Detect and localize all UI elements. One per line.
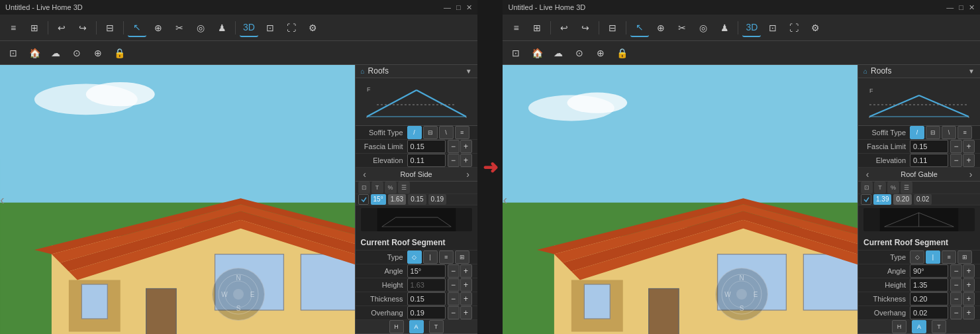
tb2-4[interactable]: ⊙ <box>68 44 86 62</box>
right-soffit-type-4[interactable]: ≡ <box>957 126 972 139</box>
right-tab-t[interactable]: T <box>932 320 946 333</box>
right-section-next[interactable]: › <box>964 168 977 181</box>
left-thickness-inc[interactable]: + <box>460 292 472 306</box>
left-seg-icon-4[interactable]: ☰ <box>398 182 410 194</box>
right-tb2-4[interactable]: ⊙ <box>570 44 589 62</box>
left-viewport-nav-arrow[interactable]: ‹ <box>0 192 5 207</box>
right-undo-btn[interactable]: ↩ <box>555 19 573 37</box>
left-type-btn-1[interactable]: ◇ <box>407 250 422 264</box>
left-section-next[interactable]: › <box>462 168 475 181</box>
left-overhang-dec[interactable]: − <box>448 306 460 319</box>
right-library-btn[interactable]: ⊞ <box>528 19 546 37</box>
right-height-input[interactable] <box>910 278 948 292</box>
right-tab-a[interactable]: A <box>912 320 926 333</box>
right-view-btn[interactable]: ◎ <box>694 19 712 37</box>
right-seg-icon-1[interactable]: ⊡ <box>861 182 873 194</box>
right-soffit-type-3[interactable]: \ <box>942 126 956 139</box>
right-overhang-input[interactable] <box>910 306 948 319</box>
left-panel-header[interactable]: ⌂ Roofs ▼ <box>356 65 477 78</box>
right-settings-btn[interactable]: ⚙ <box>806 19 824 37</box>
left-thickness-input[interactable] <box>407 292 446 306</box>
left-tab-t[interactable]: T <box>429 320 444 333</box>
left-type-btn-2[interactable]: | <box>423 250 438 264</box>
right-angle-inc[interactable]: + <box>963 264 975 278</box>
right-tb2-2[interactable]: 🏠 <box>528 44 546 62</box>
left-height-input[interactable] <box>407 278 446 292</box>
right-fascia-dec[interactable]: − <box>950 140 962 153</box>
right-overhang-dec[interactable]: − <box>950 306 962 319</box>
right-section-prev[interactable]: ‹ <box>861 168 874 181</box>
right-viewport-nav-arrow[interactable]: ‹ <box>503 192 507 207</box>
left-maximize-btn[interactable]: □ <box>456 3 461 12</box>
right-tb2-5[interactable]: ⊕ <box>591 44 610 62</box>
left-seg-checkbox[interactable] <box>358 194 369 205</box>
3d-btn[interactable]: 3D <box>240 19 258 37</box>
tb2-2[interactable]: 🏠 <box>25 44 44 62</box>
right-elevation-dec[interactable]: − <box>950 154 962 167</box>
right-close-btn[interactable]: ✕ <box>969 3 975 12</box>
left-angle-dec[interactable]: − <box>448 264 460 278</box>
right-thickness-inc[interactable]: + <box>963 292 975 306</box>
floorplan-btn[interactable]: ⊡ <box>261 19 279 37</box>
left-type-btn-3[interactable]: ≡ <box>439 250 454 264</box>
right-tab-h[interactable]: H <box>892 320 906 333</box>
right-seg-icon-3[interactable]: % <box>887 182 899 194</box>
menu-btn[interactable]: ≡ <box>4 19 23 37</box>
camera-btn[interactable]: ⛶ <box>282 19 301 37</box>
left-nav-circle[interactable]: N E S W <box>212 268 265 321</box>
select-btn[interactable]: ↖ <box>128 19 146 37</box>
view-btn[interactable]: ◎ <box>191 19 210 37</box>
left-elevation-inc[interactable]: + <box>460 154 472 167</box>
right-height-dec[interactable]: − <box>950 278 962 292</box>
right-floorplan-btn[interactable]: ⊡ <box>763 19 782 37</box>
person-btn[interactable]: ♟ <box>213 19 231 37</box>
tb2-6[interactable]: 🔒 <box>110 44 128 62</box>
right-tb2-3[interactable]: ☁ <box>549 44 567 62</box>
right-soffit-type-2[interactable]: ⊟ <box>926 126 940 139</box>
right-thickness-dec[interactable]: − <box>950 292 962 306</box>
left-seg-icon-1[interactable]: ⊡ <box>358 182 370 194</box>
left-soffit-type-2[interactable]: ⊟ <box>423 126 438 139</box>
left-thickness-dec[interactable]: − <box>448 292 460 306</box>
left-soffit-type-3[interactable]: \ <box>439 126 454 139</box>
right-tb2-1[interactable]: ⊡ <box>507 44 525 62</box>
right-person-btn[interactable]: ♟ <box>715 19 734 37</box>
right-panel-header[interactable]: ⌂ Roofs ▼ <box>858 65 980 78</box>
right-seg-icon-2[interactable]: T <box>874 182 886 194</box>
right-elevation-input[interactable] <box>910 154 948 167</box>
right-type-btn-3[interactable]: ≡ <box>942 250 956 264</box>
settings-btn[interactable]: ⚙ <box>303 19 322 37</box>
redo-btn[interactable]: ↪ <box>74 19 92 37</box>
left-angle-input[interactable] <box>407 264 446 278</box>
left-overhang-input[interactable] <box>407 306 446 319</box>
left-seg-icon-2[interactable]: T <box>371 182 383 194</box>
left-height-dec[interactable]: − <box>448 278 460 292</box>
left-seg-icon-3[interactable]: % <box>385 182 397 194</box>
left-fascia-inc[interactable]: + <box>460 140 472 153</box>
library-btn[interactable]: ⊞ <box>25 19 44 37</box>
right-nav-circle[interactable]: N E S W <box>715 268 768 321</box>
undo-btn[interactable]: ↩ <box>52 19 71 37</box>
right-soffit-type-1[interactable]: / <box>910 126 924 139</box>
left-height-inc[interactable]: + <box>460 278 472 292</box>
left-fascia-dec[interactable]: − <box>448 140 460 153</box>
right-seg-checkbox[interactable] <box>861 194 871 205</box>
right-scissors-btn[interactable]: ✂ <box>673 19 691 37</box>
right-angle-input[interactable] <box>910 264 948 278</box>
left-minimize-btn[interactable]: — <box>444 3 451 12</box>
build-btn[interactable]: ⊕ <box>149 19 168 37</box>
left-angle-inc[interactable]: + <box>460 264 472 278</box>
right-thickness-input[interactable] <box>910 292 948 306</box>
right-select-btn[interactable]: ↖ <box>630 19 649 37</box>
left-tab-a[interactable]: A <box>409 320 424 333</box>
left-elevation-input[interactable]: 0.11 <box>407 154 446 167</box>
right-build-btn[interactable]: ⊕ <box>652 19 670 37</box>
right-camera-btn[interactable]: ⛶ <box>785 19 803 37</box>
tb2-5[interactable]: ⊕ <box>89 44 107 62</box>
tb2-1[interactable]: ⊡ <box>4 44 23 62</box>
right-pages-btn[interactable]: ⊟ <box>603 19 622 37</box>
left-soffit-type-1[interactable]: / <box>407 126 422 139</box>
right-tb2-6[interactable]: 🔒 <box>612 44 631 62</box>
right-fascia-input[interactable] <box>910 140 948 153</box>
scissors-btn[interactable]: ✂ <box>170 19 189 37</box>
